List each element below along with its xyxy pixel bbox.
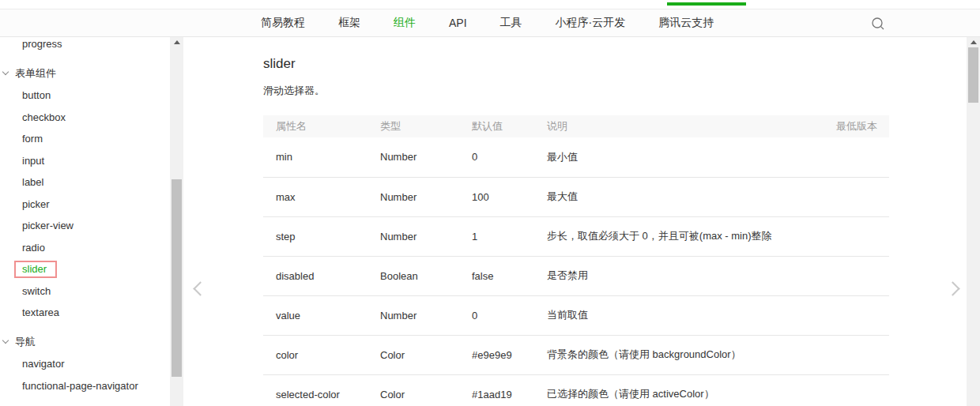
table-row: max Number 100 最大值 xyxy=(263,177,889,216)
next-page-arrow[interactable] xyxy=(947,281,963,297)
attr-name: step xyxy=(263,216,368,256)
scroll-up-arrow-icon[interactable] xyxy=(174,40,180,44)
nav-item-framework[interactable]: 框架 xyxy=(338,16,360,30)
page-title: slider xyxy=(263,56,889,72)
nav-item-tencent-cloud[interactable]: 腾讯云支持 xyxy=(658,16,714,30)
attr-desc: 最小值 xyxy=(534,137,809,177)
progress-loading-bar xyxy=(667,2,746,6)
attr-default: false xyxy=(459,256,534,295)
sidebar-list: progress 表单组件 button checkbox form input… xyxy=(0,37,170,397)
sidebar-item-progress[interactable]: progress xyxy=(0,37,170,55)
search-icon[interactable] xyxy=(870,16,886,32)
sidebar-item-switch[interactable]: switch xyxy=(0,280,170,303)
attr-name: max xyxy=(263,177,368,216)
attr-version xyxy=(809,335,889,374)
sidebar-item-radio[interactable]: radio xyxy=(0,237,170,259)
attr-type: Color xyxy=(368,374,459,406)
attributes-table: 属性名 类型 默认值 说明 最低版本 min Number 0 最小值 xyxy=(263,115,889,406)
attr-default: 0 xyxy=(459,137,534,177)
nav-item-api[interactable]: API xyxy=(449,17,467,29)
attr-default: #e9e9e9 xyxy=(459,335,534,374)
attr-name: selected-color xyxy=(263,374,368,406)
sidebar-scrollbar[interactable] xyxy=(170,37,183,406)
table-row: step Number 1 步长，取值必须大于 0，并且可被(max - min… xyxy=(263,216,889,256)
sidebar-item-form[interactable]: form xyxy=(0,128,170,150)
attr-version xyxy=(809,216,889,256)
active-item-highlight-box: slider xyxy=(14,261,57,278)
sidebar-item-slider[interactable]: slider xyxy=(0,258,170,280)
sidebar-item-label[interactable]: label xyxy=(0,171,170,194)
sidebar-item-navigator[interactable]: navigator xyxy=(0,353,170,375)
attr-desc: 背景条的颜色（请使用 backgroundColor） xyxy=(534,335,809,374)
component-description: 滑动选择器。 xyxy=(263,84,889,98)
chevron-right-icon xyxy=(945,281,959,295)
table-header: 属性名 类型 默认值 说明 最低版本 xyxy=(263,115,889,137)
chevron-down-icon xyxy=(2,69,9,75)
attr-name: min xyxy=(263,137,368,177)
doc-content: slider 滑动选择器。 属性名 类型 默认值 说明 最低版本 min xyxy=(263,37,889,406)
attr-version xyxy=(809,137,889,177)
attr-desc: 已选择的颜色（请使用 activeColor） xyxy=(534,374,809,406)
nav-item-cloud[interactable]: 小程序·云开发 xyxy=(556,16,626,30)
scroll-up-arrow-icon[interactable] xyxy=(971,40,977,44)
col-header-default: 默认值 xyxy=(459,115,534,137)
attr-desc: 步长，取值必须大于 0，并且可被(max - min)整除 xyxy=(534,216,809,256)
app-window: 简易教程 框架 组件 API 工具 小程序·云开发 腾讯云支持 progress… xyxy=(0,0,980,406)
attr-version xyxy=(809,295,889,335)
table-row: selected-color Color #1aad19 已选择的颜色（请使用 … xyxy=(263,374,889,406)
sidebar-item-checkbox[interactable]: checkbox xyxy=(0,107,170,129)
attr-desc: 最大值 xyxy=(534,177,809,216)
attr-default: 0 xyxy=(459,295,534,335)
col-header-desc: 说明 xyxy=(534,115,809,137)
sidebar-nav: progress 表单组件 button checkbox form input… xyxy=(0,37,170,406)
attr-name: color xyxy=(263,335,368,374)
sidebar-item-picker[interactable]: picker xyxy=(0,194,170,216)
attr-default: #1aad19 xyxy=(459,374,534,406)
prev-page-arrow[interactable] xyxy=(191,281,207,297)
attr-type: Color xyxy=(368,335,459,374)
sidebar-item-picker-view[interactable]: picker-view xyxy=(0,215,170,237)
table-row: color Color #e9e9e9 背景条的颜色（请使用 backgroun… xyxy=(263,335,889,374)
table-row: min Number 0 最小值 xyxy=(263,137,889,177)
attr-default: 1 xyxy=(459,216,534,256)
sidebar-section-navigation[interactable]: 导航 xyxy=(0,332,170,354)
attr-type: Number xyxy=(368,295,459,335)
attr-version xyxy=(809,177,889,216)
attr-default: 100 xyxy=(459,177,534,216)
nav-menu: 简易教程 框架 组件 API 工具 小程序·云开发 腾讯云支持 xyxy=(261,9,714,36)
col-header-name: 属性名 xyxy=(263,115,368,137)
page-scrollbar-thumb[interactable] xyxy=(968,47,978,103)
sidebar-scrollbar-thumb[interactable] xyxy=(172,179,182,377)
attr-type: Number xyxy=(368,177,459,216)
nav-item-tools[interactable]: 工具 xyxy=(500,16,522,30)
attr-type: Number xyxy=(368,216,459,256)
nav-item-tutorial[interactable]: 简易教程 xyxy=(261,16,305,30)
attr-type: Boolean xyxy=(368,256,459,295)
chevron-left-icon xyxy=(193,281,207,295)
top-navbar: 简易教程 框架 组件 API 工具 小程序·云开发 腾讯云支持 xyxy=(0,9,980,37)
page-scrollbar[interactable] xyxy=(967,37,980,406)
sidebar-item-functional-page-navigator[interactable]: functional-page-navigator xyxy=(0,375,170,397)
attr-desc: 当前取值 xyxy=(534,295,809,335)
attr-name: value xyxy=(263,295,368,335)
table-row: value Number 0 当前取值 xyxy=(263,295,889,335)
browser-top-strip xyxy=(0,0,980,9)
sidebar-item-button[interactable]: button xyxy=(0,85,170,107)
col-header-type: 类型 xyxy=(368,115,459,137)
page-body: progress 表单组件 button checkbox form input… xyxy=(0,37,980,406)
attr-name: disabled xyxy=(263,256,368,295)
attr-desc: 是否禁用 xyxy=(534,256,809,295)
nav-item-components[interactable]: 组件 xyxy=(394,16,416,30)
col-header-version: 最低版本 xyxy=(809,115,889,137)
attr-version xyxy=(809,256,889,295)
sidebar-section-form-components[interactable]: 表单组件 xyxy=(0,63,170,85)
sidebar-item-textarea[interactable]: textarea xyxy=(0,302,170,324)
sidebar-item-input[interactable]: input xyxy=(0,150,170,172)
attr-type: Number xyxy=(368,137,459,177)
chevron-down-icon xyxy=(2,337,9,344)
attr-version xyxy=(809,374,889,406)
table-row: disabled Boolean false 是否禁用 xyxy=(263,256,889,295)
